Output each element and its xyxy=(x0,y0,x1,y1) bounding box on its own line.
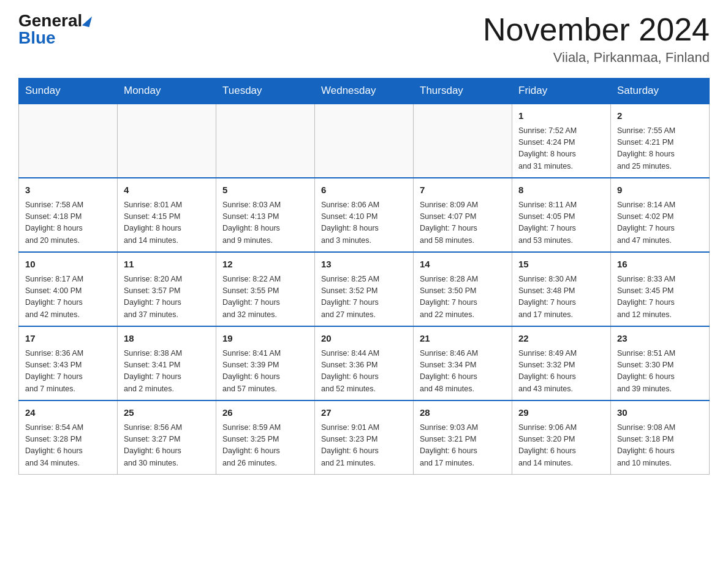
calendar-cell: 4Sunrise: 8:01 AMSunset: 4:15 PMDaylight… xyxy=(118,178,216,252)
calendar-cell xyxy=(19,104,118,178)
day-number: 2 xyxy=(617,109,703,123)
calendar-cell: 2Sunrise: 7:55 AMSunset: 4:21 PMDaylight… xyxy=(611,104,710,178)
calendar-cell: 17Sunrise: 8:36 AMSunset: 3:43 PMDayligh… xyxy=(19,326,118,400)
day-number: 26 xyxy=(222,406,308,420)
day-info: Sunrise: 8:28 AMSunset: 3:50 PMDaylight:… xyxy=(420,274,506,321)
calendar-cell: 27Sunrise: 9:01 AMSunset: 3:23 PMDayligh… xyxy=(315,400,414,475)
day-info: Sunrise: 8:51 AMSunset: 3:30 PMDaylight:… xyxy=(617,348,703,396)
calendar-cell: 14Sunrise: 8:28 AMSunset: 3:50 PMDayligh… xyxy=(414,252,512,326)
day-number: 18 xyxy=(124,332,210,346)
day-info: Sunrise: 8:03 AMSunset: 4:13 PMDaylight:… xyxy=(222,199,308,247)
day-info: Sunrise: 7:55 AMSunset: 4:21 PMDaylight:… xyxy=(617,125,703,173)
logo-triangle-icon xyxy=(82,15,92,27)
day-number: 15 xyxy=(518,258,604,272)
calendar-cell: 20Sunrise: 8:44 AMSunset: 3:36 PMDayligh… xyxy=(315,326,414,400)
day-info: Sunrise: 8:36 AMSunset: 3:43 PMDaylight:… xyxy=(25,348,111,396)
day-of-week-header: Sunday xyxy=(19,79,118,104)
day-number: 28 xyxy=(420,406,506,420)
day-info: Sunrise: 8:41 AMSunset: 3:39 PMDaylight:… xyxy=(222,348,308,396)
title-area: November 2024 Viiala, Pirkanmaa, Finland xyxy=(483,12,710,66)
day-number: 17 xyxy=(25,332,111,346)
calendar-cell: 16Sunrise: 8:33 AMSunset: 3:45 PMDayligh… xyxy=(611,252,710,326)
day-number: 3 xyxy=(25,183,111,197)
calendar-cell xyxy=(414,104,512,178)
calendar-cell: 22Sunrise: 8:49 AMSunset: 3:32 PMDayligh… xyxy=(512,326,611,400)
day-info: Sunrise: 8:01 AMSunset: 4:15 PMDaylight:… xyxy=(124,199,210,247)
day-of-week-header: Friday xyxy=(512,79,611,104)
calendar-cell: 19Sunrise: 8:41 AMSunset: 3:39 PMDayligh… xyxy=(216,326,315,400)
calendar-cell: 28Sunrise: 9:03 AMSunset: 3:21 PMDayligh… xyxy=(414,400,512,475)
calendar-cell: 13Sunrise: 8:25 AMSunset: 3:52 PMDayligh… xyxy=(315,252,414,326)
day-info: Sunrise: 9:08 AMSunset: 3:18 PMDaylight:… xyxy=(617,422,703,470)
day-number: 1 xyxy=(518,109,604,123)
day-number: 12 xyxy=(222,258,308,272)
day-info: Sunrise: 8:46 AMSunset: 3:34 PMDaylight:… xyxy=(420,348,506,396)
calendar-cell: 29Sunrise: 9:06 AMSunset: 3:20 PMDayligh… xyxy=(512,400,611,475)
day-info: Sunrise: 8:20 AMSunset: 3:57 PMDaylight:… xyxy=(124,274,210,321)
day-info: Sunrise: 7:52 AMSunset: 4:24 PMDaylight:… xyxy=(518,125,604,173)
calendar-cell: 23Sunrise: 8:51 AMSunset: 3:30 PMDayligh… xyxy=(611,326,710,400)
day-info: Sunrise: 9:03 AMSunset: 3:21 PMDaylight:… xyxy=(420,422,506,470)
day-info: Sunrise: 8:22 AMSunset: 3:55 PMDaylight:… xyxy=(222,274,308,321)
location-subtitle: Viiala, Pirkanmaa, Finland xyxy=(483,50,710,66)
day-number: 29 xyxy=(518,406,604,420)
day-number: 10 xyxy=(25,258,111,272)
calendar-cell xyxy=(216,104,315,178)
calendar-week-row: 10Sunrise: 8:17 AMSunset: 4:00 PMDayligh… xyxy=(19,252,710,326)
day-number: 22 xyxy=(518,332,604,346)
day-of-week-header: Tuesday xyxy=(216,79,315,104)
day-info: Sunrise: 9:01 AMSunset: 3:23 PMDaylight:… xyxy=(321,422,407,470)
calendar-table: SundayMondayTuesdayWednesdayThursdayFrid… xyxy=(18,78,710,475)
day-number: 4 xyxy=(124,183,210,197)
day-info: Sunrise: 8:54 AMSunset: 3:28 PMDaylight:… xyxy=(25,422,111,470)
calendar-cell: 6Sunrise: 8:06 AMSunset: 4:10 PMDaylight… xyxy=(315,178,414,252)
calendar-cell: 1Sunrise: 7:52 AMSunset: 4:24 PMDaylight… xyxy=(512,104,611,178)
day-number: 7 xyxy=(420,183,506,197)
logo: General Blue xyxy=(18,12,91,47)
day-info: Sunrise: 8:09 AMSunset: 4:07 PMDaylight:… xyxy=(420,199,506,247)
logo-blue-text: Blue xyxy=(18,29,56,47)
calendar-week-row: 3Sunrise: 7:58 AMSunset: 4:18 PMDaylight… xyxy=(19,178,710,252)
calendar-cell: 15Sunrise: 8:30 AMSunset: 3:48 PMDayligh… xyxy=(512,252,611,326)
day-info: Sunrise: 9:06 AMSunset: 3:20 PMDaylight:… xyxy=(518,422,604,470)
day-number: 27 xyxy=(321,406,407,420)
day-number: 23 xyxy=(617,332,703,346)
calendar-cell: 10Sunrise: 8:17 AMSunset: 4:00 PMDayligh… xyxy=(19,252,118,326)
day-number: 20 xyxy=(321,332,407,346)
day-info: Sunrise: 8:44 AMSunset: 3:36 PMDaylight:… xyxy=(321,348,407,396)
day-info: Sunrise: 8:59 AMSunset: 3:25 PMDaylight:… xyxy=(222,422,308,470)
day-number: 13 xyxy=(321,258,407,272)
day-number: 21 xyxy=(420,332,506,346)
day-number: 11 xyxy=(124,258,210,272)
day-of-week-header: Thursday xyxy=(414,79,512,104)
day-of-week-header: Monday xyxy=(118,79,216,104)
day-info: Sunrise: 8:17 AMSunset: 4:00 PMDaylight:… xyxy=(25,274,111,321)
day-info: Sunrise: 8:56 AMSunset: 3:27 PMDaylight:… xyxy=(124,422,210,470)
calendar-week-row: 1Sunrise: 7:52 AMSunset: 4:24 PMDaylight… xyxy=(19,104,710,178)
day-of-week-header: Wednesday xyxy=(315,79,414,104)
day-number: 8 xyxy=(518,183,604,197)
calendar-cell: 26Sunrise: 8:59 AMSunset: 3:25 PMDayligh… xyxy=(216,400,315,475)
calendar-cell: 8Sunrise: 8:11 AMSunset: 4:05 PMDaylight… xyxy=(512,178,611,252)
calendar-cell: 18Sunrise: 8:38 AMSunset: 3:41 PMDayligh… xyxy=(118,326,216,400)
calendar-cell xyxy=(118,104,216,178)
day-info: Sunrise: 8:30 AMSunset: 3:48 PMDaylight:… xyxy=(518,274,604,321)
day-number: 9 xyxy=(617,183,703,197)
calendar-cell: 9Sunrise: 8:14 AMSunset: 4:02 PMDaylight… xyxy=(611,178,710,252)
day-info: Sunrise: 8:49 AMSunset: 3:32 PMDaylight:… xyxy=(518,348,604,396)
day-number: 25 xyxy=(124,406,210,420)
day-info: Sunrise: 8:11 AMSunset: 4:05 PMDaylight:… xyxy=(518,199,604,247)
day-of-week-header: Saturday xyxy=(611,79,710,104)
day-info: Sunrise: 8:14 AMSunset: 4:02 PMDaylight:… xyxy=(617,199,703,247)
day-number: 6 xyxy=(321,183,407,197)
day-number: 5 xyxy=(222,183,308,197)
calendar-cell: 5Sunrise: 8:03 AMSunset: 4:13 PMDaylight… xyxy=(216,178,315,252)
day-info: Sunrise: 8:25 AMSunset: 3:52 PMDaylight:… xyxy=(321,274,407,321)
day-number: 24 xyxy=(25,406,111,420)
logo-general-text: General xyxy=(18,12,82,29)
calendar-cell: 3Sunrise: 7:58 AMSunset: 4:18 PMDaylight… xyxy=(19,178,118,252)
calendar-header-row: SundayMondayTuesdayWednesdayThursdayFrid… xyxy=(19,79,710,104)
day-info: Sunrise: 8:33 AMSunset: 3:45 PMDaylight:… xyxy=(617,274,703,321)
day-number: 30 xyxy=(617,406,703,420)
calendar-cell: 30Sunrise: 9:08 AMSunset: 3:18 PMDayligh… xyxy=(611,400,710,475)
